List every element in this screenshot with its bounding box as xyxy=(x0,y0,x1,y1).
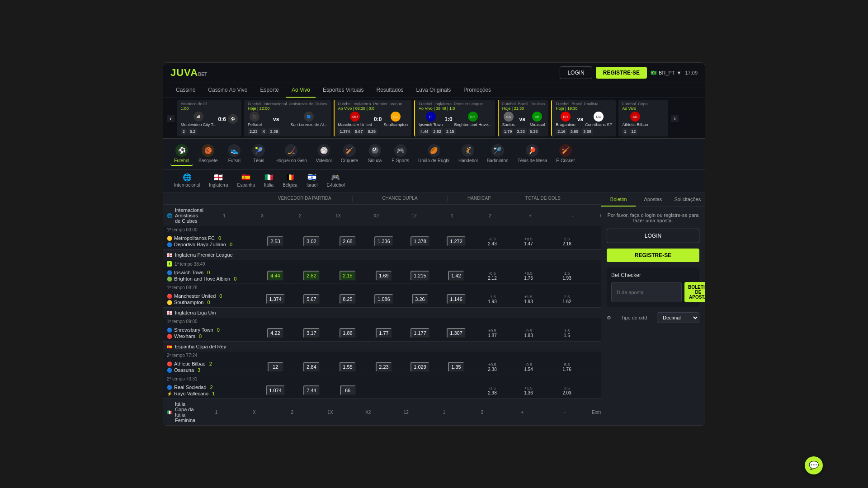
sport-badminton[interactable]: 🏸 Badminton xyxy=(483,142,512,166)
sport-ecricket[interactable]: 🏏 E-Cricket xyxy=(552,142,578,166)
odd-button[interactable]: 2.84 xyxy=(303,362,319,372)
odd-button[interactable]: 1.146 xyxy=(447,294,466,304)
odd-button[interactable]: 1.074 xyxy=(266,385,285,395)
odd-button[interactable]: 1.77 xyxy=(376,328,392,338)
boletim-button[interactable]: BOLETIM DE APOSTA xyxy=(684,282,705,302)
odd-button[interactable]: 4.44 xyxy=(267,271,283,281)
odd-button[interactable]: 2.23 xyxy=(376,362,392,372)
odd-button[interactable]: 2.53 xyxy=(267,236,283,246)
odd-button[interactable]: 12 xyxy=(629,128,637,135)
sport-handebol[interactable]: 🤾 Handebol xyxy=(455,142,481,166)
odd-button[interactable]: 66 xyxy=(340,385,356,395)
live-match-card[interactable]: Futebol. Brasil. Paulista Hoje | 21:30 S… xyxy=(498,100,549,136)
odd-button[interactable]: 1.374 xyxy=(266,294,285,304)
flag-italia[interactable]: 🇮🇹 Itália xyxy=(260,172,277,189)
odd-button[interactable]: X xyxy=(260,128,267,135)
odd-button[interactable]: 1.374 xyxy=(338,128,352,135)
sport-futebol[interactable]: ⚽ Futebol xyxy=(170,142,193,166)
odd-button[interactable]: 1 xyxy=(622,128,628,135)
flag-inglaterra[interactable]: 🏴󠁧󠁢󠁥󠁮󠁧󠁿 Inglaterra xyxy=(205,172,231,189)
flag-internacional[interactable]: 🌐 Internacional xyxy=(170,172,203,189)
register-button[interactable]: REGISTRE-SE xyxy=(596,67,647,79)
odd-button[interactable]: 3.17 xyxy=(303,328,319,338)
sport-hoquei[interactable]: 🏒 Hóquei no Gelo xyxy=(272,142,311,166)
sport-rugby[interactable]: 🏉 União de Rúgbi xyxy=(415,142,453,166)
sport-criquet[interactable]: 🏏 Críquete xyxy=(337,142,362,166)
odd-button[interactable]: 2.82 xyxy=(303,271,319,281)
tab-solicitacoes[interactable]: Solicitações xyxy=(670,193,705,206)
odd-button[interactable]: 1.55 xyxy=(340,362,355,372)
live-match-card[interactable]: Futebol. Inglaterra. Premier League Ao V… xyxy=(334,100,411,136)
odd-button[interactable]: 1.336 xyxy=(374,236,393,246)
sport-voleibol[interactable]: 🏐 Voleibol xyxy=(312,142,335,166)
sport-basquete[interactable]: 🏀 Basquete xyxy=(195,142,221,166)
live-match-card[interactable]: Futebol. Inglaterra. Premier League Ao V… xyxy=(414,100,495,136)
odd-button[interactable]: 3.33 xyxy=(515,128,527,135)
odd-button[interactable]: 1.35 xyxy=(448,362,464,372)
live-match-card[interactable]: Futebol. Brasil. Paulista Hoje | 19:30 B… xyxy=(551,100,616,136)
odd-button[interactable]: 1.378 xyxy=(410,236,429,246)
strip-prev-button[interactable]: ‹ xyxy=(167,115,175,122)
odd-button[interactable]: 2.16 xyxy=(556,128,567,135)
odd-button[interactable]: 1.215 xyxy=(410,271,429,281)
odd-button[interactable]: 5.67 xyxy=(353,128,365,135)
nav-ao-vivo[interactable]: Ao Vivo xyxy=(286,83,316,98)
nav-luva-originals[interactable]: Luva Originals xyxy=(411,83,457,98)
odd-button[interactable]: 3.69 xyxy=(581,128,593,135)
panel-login-button[interactable]: LOGIN xyxy=(607,229,699,243)
strip-next-button[interactable]: › xyxy=(671,115,679,122)
live-match-card[interactable]: Futebol. Copa Ao Vivo AB Athletic Bilbao… xyxy=(618,100,668,136)
odd-button[interactable]: 5.2 xyxy=(188,128,198,135)
bet-id-input[interactable] xyxy=(611,282,682,302)
odd-button[interactable]: 4.44 xyxy=(419,128,430,135)
flag-israel[interactable]: 🇮🇱 Israel xyxy=(303,172,321,189)
nav-cassino[interactable]: Cassino xyxy=(170,83,201,98)
nav-promocoes[interactable]: Promoções xyxy=(458,83,496,98)
odd-button[interactable]: 1.029 xyxy=(410,362,429,372)
sport-tenis-mesa[interactable]: 🏓 Tênis de Mesa xyxy=(514,142,551,166)
odd-button[interactable]: 1.69 xyxy=(376,271,392,281)
flag-efutebol[interactable]: 🎮 E-futebol xyxy=(323,172,348,189)
flag-belgica[interactable]: 🇧🇪 Bélgica xyxy=(279,172,301,189)
odd-button[interactable]: 5.38 xyxy=(528,128,540,135)
odd-button[interactable]: 12 xyxy=(268,362,283,372)
odd-button[interactable]: 3.02 xyxy=(303,236,319,246)
odd-button[interactable]: 2.68 xyxy=(340,236,355,246)
live-match-card[interactable]: Futebol. Internacional. Amistosos de Clu… xyxy=(244,100,331,136)
odd-button[interactable]: 7.44 xyxy=(303,385,319,395)
sport-sinuca[interactable]: 🎱 Sinuca xyxy=(363,142,386,166)
odd-button[interactable]: 1.86 xyxy=(340,328,355,338)
panel-register-button[interactable]: REGISTRE-SE xyxy=(607,249,699,262)
odd-button[interactable]: 5.67 xyxy=(303,294,319,304)
tab-apostas[interactable]: Apostas xyxy=(636,193,670,206)
odd-button[interactable]: 1.307 xyxy=(447,328,466,338)
flag-espanha[interactable]: 🇪🇸 Espanha xyxy=(234,172,259,189)
chat-button[interactable]: 💬 xyxy=(805,456,823,474)
odd-button[interactable]: 8.25 xyxy=(366,128,378,135)
odd-button[interactable]: 3.26 xyxy=(412,294,428,304)
odd-button[interactable]: 2.15 xyxy=(444,128,456,135)
nav-cassino-ao-vivo[interactable]: Cassino Ao Vivo xyxy=(203,83,253,98)
live-match-card[interactable]: Histórico de Cl... 1:00 🏙 Montevideo Cit… xyxy=(177,100,241,136)
sport-esports[interactable]: 🎮 E-Sports xyxy=(388,142,413,166)
odd-button[interactable]: 8.25 xyxy=(340,294,355,304)
odd-button[interactable]: 1.79 xyxy=(502,128,514,135)
odd-button[interactable]: 2.23 xyxy=(248,128,259,135)
odd-button[interactable]: 2.15 xyxy=(340,271,355,281)
odd-type-select[interactable]: Decimal Americano Fracionário xyxy=(657,312,699,323)
odd-button[interactable]: 1.272 xyxy=(447,236,466,246)
odd-button[interactable]: 1.177 xyxy=(410,328,429,338)
odd-button[interactable]: 3.38 xyxy=(268,128,280,135)
odd-button[interactable]: 2 xyxy=(181,128,187,135)
odd-button[interactable]: 2.82 xyxy=(431,128,443,135)
odd-button[interactable]: 1.42 xyxy=(448,271,464,281)
sport-futsal[interactable]: 👟 Futsal xyxy=(223,142,245,166)
odd-button[interactable]: 3.69 xyxy=(569,128,580,135)
nav-resultados[interactable]: Resultados xyxy=(371,83,409,98)
login-button[interactable]: LOGIN xyxy=(560,66,592,79)
odd-button[interactable]: 1.086 xyxy=(374,294,393,304)
language-selector[interactable]: 🇧🇷 BR_PT ▼ xyxy=(651,70,681,76)
odd-button[interactable]: 4.22 xyxy=(267,328,283,338)
sport-tenis[interactable]: 🎾 Tênis xyxy=(247,142,270,166)
nav-esportes-virtuais[interactable]: Esportes Virtuais xyxy=(317,83,369,98)
